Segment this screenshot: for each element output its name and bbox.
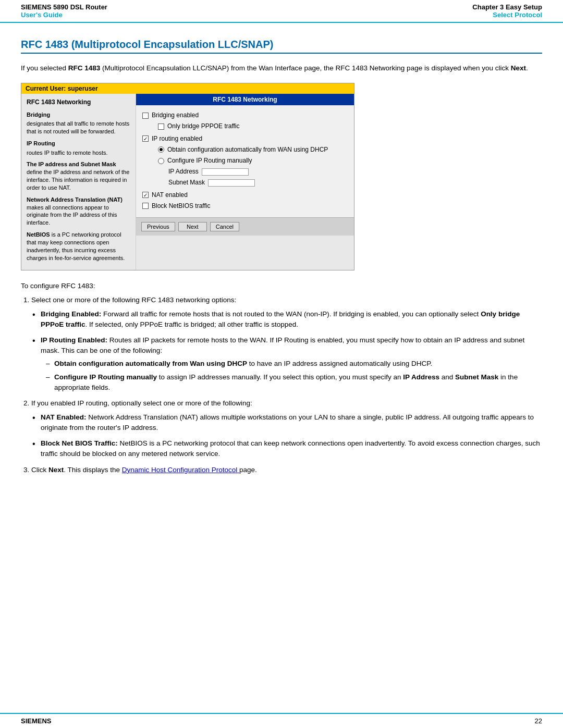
footer-page-number: 22 [535,717,542,725]
intro-middle: (Multiprotocol Encapsulation LLC/SNAP) f… [100,64,510,72]
bullet-bridging-title: Bridging Enabled: [41,310,101,318]
bullet-nat-title: NAT Enabled: [41,413,87,421]
only-bridge-row[interactable]: Only bridge PPPOE traffic [158,121,348,131]
ip-address-label: IP Address [168,167,199,177]
block-netbios-row[interactable]: Block NetBIOS traffic [142,201,348,211]
section-nat: Network Address Translation (NAT) makes … [27,196,130,227]
header-chapter-title: Chapter 3 Easy Setup [472,3,542,11]
section-ip-subnet-body: The IP address and Subnet Mask define th… [27,161,130,191]
intro-bold2: Next [511,64,526,72]
ip-routing-row[interactable]: IP routing enabled [142,134,348,144]
header-section-subtitle: Select Protocol [472,11,542,19]
previous-button[interactable]: Previous [141,222,175,231]
nat-enabled-row[interactable]: NAT enabled [142,190,348,200]
left-panel-title: RFC 1483 Networking [27,98,130,107]
ui-right-panel: RFC 1483 Networking Bridging enabled Onl… [136,94,354,270]
bullet-block-netbios: Block Net BIOS Traffic: NetBIOS is a PC … [31,438,542,460]
section-ip-subnet-title: The IP address and Subnet Mask [27,161,116,167]
bridging-enabled-checkbox[interactable] [142,113,149,119]
section-netbios-body: NetBIOS is a PC networking protocol that… [27,231,130,262]
manual-radio[interactable] [158,158,164,164]
button-row: Previous Next Cancel [136,217,354,236]
dhcp-label: Obtain configuration automatically from … [167,145,328,155]
step-3: Click Next. This displays the Dynamic Ho… [31,465,542,475]
section-ip-routing: IP Routing routes IP traffic to remote h… [27,140,130,156]
subbullet-manual-bold2: IP Address [403,373,439,381]
intro-prefix: If you selected [21,64,68,72]
step3-end: page. [239,466,257,474]
page-header: SIEMENS 5890 DSL Router User's Guide Cha… [0,0,563,23]
bullet-ip-routing-body: Routes all IP packets for remote hosts t… [41,336,524,354]
bullet-bridging-enabled: Bridging Enabled: Forward all traffic fo… [31,309,542,330]
bullet-bridging-body2: . If selected, only PPPoE traffic is bri… [85,320,298,328]
subbullet-manual-suffix2: and [439,373,455,381]
ip-address-row: IP Address [168,167,348,177]
intro-paragraph: If you selected RFC 1483 (Multiprotocol … [21,63,542,73]
next-button[interactable]: Next [178,222,207,231]
section-netbios-title: NetBIOS [27,231,50,238]
step1-intro: Select one or more of the following RFC … [31,296,236,304]
section-netbios: NetBIOS is a PC networking protocol that… [27,231,130,262]
subnet-mask-row: Subnet Mask [168,178,348,188]
step-1: Select one or more of the following RFC … [31,295,542,393]
step3-suffix: . This displays the [64,466,122,474]
dhcp-radio[interactable] [158,146,164,153]
footer-brand: SIEMENS [21,717,52,725]
section-bridging-body: designates that all traffic to remote ho… [27,120,130,135]
section-bridging-title: Bridging [27,112,50,118]
bullet-bridging-body: Forward all traffic for remote hosts tha… [103,310,481,318]
step2-bullets: NAT Enabled: Network Address Translation… [31,412,542,460]
manual-radio-row[interactable]: Configure IP Routing manually [158,156,348,166]
nat-enabled-label: NAT enabled [152,190,188,200]
subbullet-dhcp-suffix: to have an IP address assigned automatic… [247,360,432,367]
section-ip-routing-title: IP Routing [27,140,55,146]
step3-bold: Next [48,466,64,474]
ip-address-input[interactable] [202,168,249,176]
header-product-title: SIEMENS 5890 DSL Router [21,3,107,11]
cancel-button[interactable]: Cancel [210,222,239,231]
block-netbios-checkbox[interactable] [142,203,149,209]
only-bridge-label: Only bridge PPPOE traffic [167,121,240,131]
subbullet-dhcp-bold: Obtain configuration automatically from … [54,360,247,367]
dhcp-link[interactable]: Dynamic Host Configuration Protocol [122,466,239,474]
bridging-enabled-row[interactable]: Bridging enabled [142,110,348,120]
section-ip-subnet: The IP address and Subnet Mask define th… [27,161,130,191]
bullet-nat-enabled: NAT Enabled: Network Address Translation… [31,412,542,434]
ip-routing-label: IP routing enabled [152,134,202,144]
subnet-mask-input[interactable] [208,179,255,187]
ui-screenshot: Current User: superuser RFC 1483 Network… [21,83,354,270]
page-footer: SIEMENS 22 [0,713,563,728]
bridging-enabled-label: Bridging enabled [152,110,199,120]
header-left: SIEMENS 5890 DSL Router User's Guide [21,3,107,19]
subbullet-manual-bold3: Subnet Mask [455,373,498,381]
section-nat-body: Network Address Translation (NAT) makes … [27,196,130,227]
subbullet-manual-bold: Configure IP Routing manually [54,373,157,381]
bullet-ip-routing-enabled: IP Routing Enabled: Routes all IP packet… [31,335,542,393]
bullet-ip-routing-title: IP Routing Enabled: [41,336,107,344]
ui-left-panel: RFC 1483 Networking Bridging designates … [21,94,136,270]
subbullet-manual: Configure IP Routing manually to assign … [46,372,542,393]
section-nat-title: Network Address Translation (NAT) [27,196,123,203]
rfc-networking-title: RFC 1483 Networking [136,94,354,105]
configure-text: To configure RFC 1483: [21,282,542,290]
step3-intro: Click [31,466,48,474]
intro-bold1: RFC 1483 [68,64,101,72]
section-ip-routing-body: routes IP traffic to remote hosts. [27,149,130,157]
only-bridge-checkbox[interactable] [158,124,164,130]
step-2: If you enabled IP routing, optionally se… [31,398,542,459]
page-heading: RFC 1483 (Multiprotocol Encapsulation LL… [21,39,542,54]
rfc-form: Bridging enabled Only bridge PPPOE traff… [136,105,354,217]
dhcp-radio-row[interactable]: Obtain configuration automatically from … [158,145,348,155]
step1-bullets: Bridging Enabled: Forward all traffic fo… [31,309,542,393]
manual-label: Configure IP Routing manually [167,156,252,166]
header-guide-subtitle: User's Guide [21,11,107,19]
main-content: RFC 1483 (Multiprotocol Encapsulation LL… [0,23,563,713]
header-right: Chapter 3 Easy Setup Select Protocol [472,3,542,19]
ip-routing-checkbox[interactable] [142,135,149,142]
current-user-bar: Current User: superuser [21,83,354,94]
subbullet-dhcp: Obtain configuration automatically from … [46,359,542,369]
nat-enabled-checkbox[interactable] [142,192,149,198]
ip-routing-subbullets: Obtain configuration automatically from … [46,359,542,393]
subbullet-manual-suffix: to assign IP addresses manually. If you … [157,373,403,381]
ui-body: RFC 1483 Networking Bridging designates … [21,94,354,270]
